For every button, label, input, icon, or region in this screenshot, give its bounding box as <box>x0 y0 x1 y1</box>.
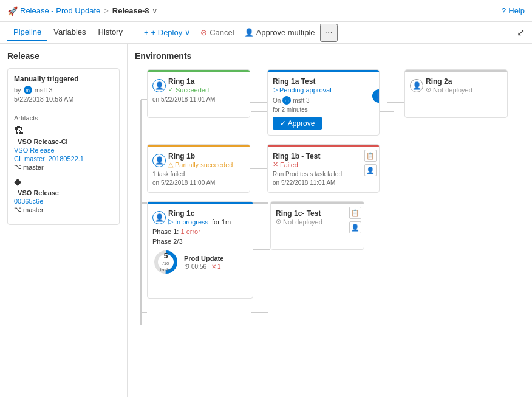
env-ring1b: 👤 Ring 1b △ Partially succeeded 1 task f… <box>147 144 250 193</box>
env-ring1c: 👤 Ring 1c ▷ In progress for 1m <box>147 201 253 299</box>
artifact-release-name: _VSO Release <box>14 189 59 196</box>
artifact-release-link[interactable]: 00365c6e <box>14 198 43 205</box>
ring1b-test-action1[interactable]: 📋 <box>364 150 377 162</box>
cancel-icon: ⊘ <box>200 28 207 37</box>
env-ring1a-test: Ring 1a Test ▷ Pending approval On m msf… <box>267 69 380 136</box>
clock-task-icon: ⏱ <box>184 263 190 270</box>
expand-icon[interactable]: ⤢ <box>517 27 525 38</box>
ring2a-status: ⊙ Not deployed <box>426 86 502 94</box>
content-area: Environments <box>128 44 532 397</box>
chevron-deploy-icon: ∨ <box>185 28 191 37</box>
sidebar: Release Manually triggered by m msft 3 5… <box>0 44 128 397</box>
user-dot: m <box>24 86 32 94</box>
clock-icon: ⊙ <box>426 86 431 94</box>
artifact-ci-name: _VSO Release-CI <box>14 138 68 145</box>
task-errors: ✕ 1 <box>211 263 221 270</box>
release-name: Release-8 <box>112 6 149 15</box>
ring1b-test-name: Ring 1b - Test <box>273 152 374 161</box>
check-icon: ✓ <box>168 86 174 94</box>
artifact-vso-release: ◆ _VSO Release 00365c6e ⌥ master <box>14 176 113 213</box>
ring1b-test-status: ✕ Failed <box>273 161 374 168</box>
environments-title: Environments <box>135 51 525 61</box>
artifacts-label: Artifacts <box>14 114 113 122</box>
ring1c-status: ▷ In progress for 1m <box>168 218 248 226</box>
ring1c-name: Ring 1c <box>168 209 248 218</box>
ring1a-test-on: On m msft 3 <box>273 96 374 105</box>
top-bar: 🚀 Release - Prod Update > Release-8 ∨ ? … <box>0 0 532 22</box>
artifact-ci-link[interactable]: VSO Release-CI_master_20180522.1 <box>14 147 84 162</box>
ring1c-test-status: ⊙ Not deployed <box>276 218 359 226</box>
branch-icon: ⌥ <box>14 163 22 171</box>
ring1a-test-name: Ring 1a Test <box>273 77 374 86</box>
ring1b-test-extra: Run Prod tests task failed <box>273 171 374 178</box>
warning-icon: △ <box>168 161 173 168</box>
artifact-ci-branch: ⌥ master <box>14 163 113 171</box>
branch-icon-2: ⌥ <box>14 205 22 213</box>
cancel-button[interactable]: ⊘ Cancel <box>196 26 239 40</box>
ring1b-status: △ Partially succeeded <box>168 161 245 168</box>
deploy-button[interactable]: + + Deploy ∨ <box>139 26 196 40</box>
release-date: 5/22/2018 10:58 AM <box>14 95 113 103</box>
env-ring2a: 👤 Ring 2a ⊙ Not deployed <box>404 69 508 118</box>
not-deployed-icon: ⊙ <box>276 218 281 226</box>
play-icon: ▷ <box>273 86 278 94</box>
artifact-diamond-icon: ◆ <box>14 176 113 187</box>
release-card: Manually triggered by m msft 3 5/22/2018… <box>7 68 120 225</box>
approve-multiple-button[interactable]: 👤 Approve multiple <box>239 26 320 40</box>
ring1b-name: Ring 1b <box>168 152 245 161</box>
ring1a-status: ✓ Succeeded <box>168 86 245 94</box>
ring1b-person-icon: 👤 <box>152 154 166 167</box>
env-ring1a: 👤 Ring 1a ✓ Succeeded on 5/22/2018 11:01… <box>147 69 250 118</box>
breadcrumb-separator: > <box>104 6 109 15</box>
ring1c-test-action1[interactable]: 📋 <box>349 207 361 219</box>
release-triggered-title: Manually triggered <box>14 75 113 83</box>
chevron-down-icon[interactable]: ∨ <box>152 6 158 15</box>
approve-button[interactable]: ✓ Approve <box>273 117 322 130</box>
breadcrumb-release[interactable]: Release - Prod Update <box>20 6 100 15</box>
ring1a-person-icon: 👤 <box>152 79 166 92</box>
ring1c-person-icon: 👤 <box>152 211 166 224</box>
ring1b-date: on 5/22/2018 11:00 AM <box>152 179 245 186</box>
help-icon: ? <box>502 6 506 15</box>
ring1a-date: on 5/22/2018 11:01 AM <box>152 96 245 103</box>
fail-icon: ✕ <box>273 161 278 168</box>
tab-variables[interactable]: Variables <box>47 24 92 41</box>
ring1b-test-action2[interactable]: 👤 <box>364 164 377 176</box>
artifact-release-branch: ⌥ master <box>14 205 113 213</box>
tab-history[interactable]: History <box>92 24 129 41</box>
toolbar: Pipeline Variables History + + Deploy ∨ … <box>0 22 532 44</box>
ring1a-test-status: ▷ Pending approval <box>273 86 374 94</box>
sidebar-title: Release <box>7 51 120 61</box>
ring1c-phase1: Phase 1: 1 error <box>152 228 248 235</box>
plus-icon: + <box>144 28 149 37</box>
ring1b-tasks-failed: 1 task failed <box>152 171 245 178</box>
artifact-build-icon: 🏗 <box>14 125 113 136</box>
user-name: msft 3 <box>35 86 53 94</box>
help-label[interactable]: Help <box>508 6 525 15</box>
tab-pipeline[interactable]: Pipeline <box>7 24 47 41</box>
progress-icon: ▷ <box>168 218 173 226</box>
ring1c-phase2: Phase 2/3 <box>152 238 248 245</box>
task-title: Prod Update <box>184 255 223 262</box>
ring1c-test-name: Ring 1c- Test <box>276 209 359 218</box>
ring1a-test-duration: for 2 minutes <box>273 106 374 113</box>
ring2a-person-icon: 👤 <box>410 79 423 92</box>
ring1c-test-action2[interactable]: 👤 <box>349 221 361 233</box>
env-ring1b-test: Ring 1b - Test ✕ Failed 📋 👤 <box>267 144 380 193</box>
toolbar-divider <box>134 27 134 39</box>
ring1a-name: Ring 1a <box>168 77 245 86</box>
person-icon: 👤 <box>244 28 254 37</box>
ring1b-test-date: on 5/22/2018 11:01 AM <box>273 179 374 186</box>
env-ring1c-test: Ring 1c- Test ⊙ Not deployed 📋 👤 <box>270 201 364 250</box>
ring2a-name: Ring 2a <box>426 77 502 86</box>
task-time: ⏱ 00:56 <box>184 263 206 270</box>
artifact-vso-ci: 🏗 _VSO Release-CI VSO Release-CI_master_… <box>14 125 113 171</box>
app-icon: 🚀 <box>7 6 18 16</box>
more-options-button[interactable]: ··· <box>320 24 338 42</box>
by-label: by <box>14 86 21 94</box>
